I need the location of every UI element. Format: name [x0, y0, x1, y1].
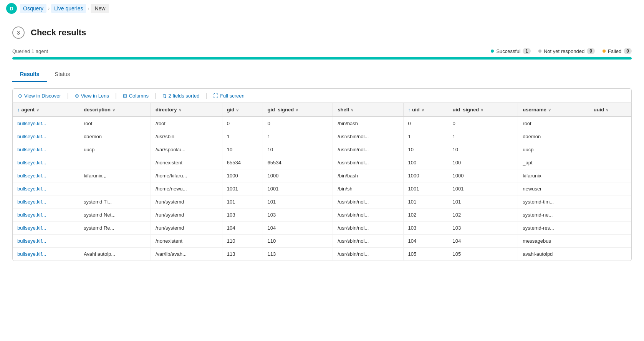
cell-agent[interactable]: bullseye.kif...: [13, 195, 79, 209]
cell-uid: 104: [403, 235, 448, 248]
cell-uid_signed: 105: [448, 248, 518, 261]
dot-not-responded: [538, 50, 541, 53]
cell-directory: /home/kifaru...: [151, 169, 222, 182]
breadcrumb-arrow-1: ›: [48, 6, 50, 11]
cell-shell: /usr/sbin/nol...: [333, 195, 403, 209]
cell-uid: 102: [403, 209, 448, 222]
cell-uid_signed: 101: [448, 195, 518, 209]
col-username[interactable]: username∨: [518, 103, 589, 117]
cell-username: systemd-tim...: [518, 195, 589, 209]
col-uid-signed[interactable]: uid_signed∨: [448, 103, 518, 117]
cell-uid: 103: [403, 222, 448, 235]
tab-results[interactable]: Results: [12, 67, 47, 82]
lens-icon: ⊕: [75, 93, 79, 99]
table-row: bullseye.kif...root/root00/bin/bash00roo…: [13, 117, 631, 130]
cell-uid_signed: 100: [448, 156, 518, 169]
columns-button[interactable]: ⊞ Columns: [123, 93, 149, 99]
cell-description: systemd Net...: [79, 209, 151, 222]
view-discover-label: View in Discover: [24, 93, 61, 99]
cell-shell: /usr/sbin/nol...: [333, 156, 403, 169]
dot-failed: [603, 50, 606, 53]
tab-status[interactable]: Status: [47, 67, 78, 82]
col-agent[interactable]: ↑agent∨: [13, 103, 79, 117]
table-row: bullseye.kif...Avahi autoip.../var/lib/a…: [13, 248, 631, 261]
cell-gid_signed: 0: [263, 117, 333, 130]
main-content: 3 Check results Queried 1 agent Successf…: [0, 17, 644, 270]
table-row: bullseye.kif...daemon/usr/sbin11/usr/sbi…: [13, 130, 631, 143]
cell-description: [79, 156, 151, 169]
cell-agent[interactable]: bullseye.kif...: [13, 130, 79, 143]
queried-text: Queried 1 agent: [12, 48, 48, 54]
cell-uid_signed: 10: [448, 143, 518, 156]
columns-icon: ⊞: [123, 93, 127, 99]
step-number: 3: [12, 26, 25, 39]
col-directory[interactable]: directory∨: [151, 103, 222, 117]
col-uid[interactable]: ↑uid∨: [403, 103, 448, 117]
cell-directory: /var/lib/avah...: [151, 248, 222, 261]
col-shell[interactable]: shell∨: [333, 103, 403, 117]
table-toolbar: ⊙ View in Discover | ⊕ View in Lens | ⊞ …: [12, 88, 632, 103]
view-in-lens-button[interactable]: ⊕ View in Lens: [75, 93, 109, 99]
cell-description: root: [79, 117, 151, 130]
cell-uid: 101: [403, 195, 448, 209]
cell-agent[interactable]: bullseye.kif...: [13, 248, 79, 261]
full-screen-button[interactable]: ⛶ Full screen: [213, 93, 245, 99]
cell-username: messagebus: [518, 235, 589, 248]
cell-gid: 1000: [222, 169, 263, 182]
cell-uuid: [589, 182, 631, 195]
breadcrumb-osquery[interactable]: Osquery: [20, 4, 46, 13]
avatar: D: [6, 3, 17, 14]
cell-uid_signed: 1: [448, 130, 518, 143]
col-description[interactable]: description∨: [79, 103, 151, 117]
table-row: bullseye.kif...kifarunix,,,/home/kifaru.…: [13, 169, 631, 182]
breadcrumb-live-queries[interactable]: Live queries: [51, 4, 86, 13]
cell-agent[interactable]: bullseye.kif...: [13, 156, 79, 169]
cell-uid: 1001: [403, 182, 448, 195]
cell-shell: /usr/sbin/nol...: [333, 248, 403, 261]
cell-agent[interactable]: bullseye.kif...: [13, 169, 79, 182]
status-indicators: Successful 1 Not yet responded 0 Failed …: [491, 48, 632, 54]
cell-agent[interactable]: bullseye.kif...: [13, 143, 79, 156]
cell-uuid: [589, 195, 631, 209]
cell-description: systemd Ti...: [79, 195, 151, 209]
cell-agent[interactable]: bullseye.kif...: [13, 222, 79, 235]
cell-shell: /bin/bash: [333, 117, 403, 130]
table-row: bullseye.kif...systemd Ti.../run/systemd…: [13, 195, 631, 209]
results-table-wrapper: ↑agent∨ description∨ directory∨ gid∨ gid…: [12, 103, 632, 261]
col-gid-signed[interactable]: gid_signed∨: [263, 103, 333, 117]
cell-uuid: [589, 209, 631, 222]
cell-gid_signed: 1: [263, 130, 333, 143]
cell-description: uucp: [79, 143, 151, 156]
cell-shell: /usr/sbin/nol...: [333, 143, 403, 156]
cell-directory: /run/systemd: [151, 195, 222, 209]
cell-shell: /usr/sbin/nol...: [333, 235, 403, 248]
cell-username: avahi-autoipd: [518, 248, 589, 261]
cell-agent[interactable]: bullseye.kif...: [13, 182, 79, 195]
cell-uuid: [589, 169, 631, 182]
cell-description: kifarunix,,,: [79, 169, 151, 182]
cell-uid: 10: [403, 143, 448, 156]
failed-label: Failed: [608, 48, 621, 54]
cell-gid_signed: 110: [263, 235, 333, 248]
cell-username: kifarunix: [518, 169, 589, 182]
cell-agent[interactable]: bullseye.kif...: [13, 117, 79, 130]
cell-description: systemd Re...: [79, 222, 151, 235]
status-successful: Successful 1: [491, 48, 531, 54]
col-gid[interactable]: gid∨: [222, 103, 263, 117]
columns-label: Columns: [129, 93, 149, 99]
cell-directory: /nonexistent: [151, 156, 222, 169]
breadcrumb-new: New: [91, 4, 109, 13]
cell-uid_signed: 1000: [448, 169, 518, 182]
cell-gid: 110: [222, 235, 263, 248]
cell-uid_signed: 103: [448, 222, 518, 235]
cell-agent[interactable]: bullseye.kif...: [13, 209, 79, 222]
discover-icon: ⊙: [18, 93, 22, 99]
cell-uid: 1: [403, 130, 448, 143]
cell-directory: /run/systemd: [151, 209, 222, 222]
cell-gid: 10: [222, 143, 263, 156]
col-uuid[interactable]: uuid∨: [589, 103, 631, 117]
view-in-discover-button[interactable]: ⊙ View in Discover: [18, 93, 61, 99]
cell-agent[interactable]: bullseye.kif...: [13, 235, 79, 248]
fields-sorted-button[interactable]: ⇅ 2 fields sorted: [162, 93, 200, 99]
cell-uuid: [589, 235, 631, 248]
